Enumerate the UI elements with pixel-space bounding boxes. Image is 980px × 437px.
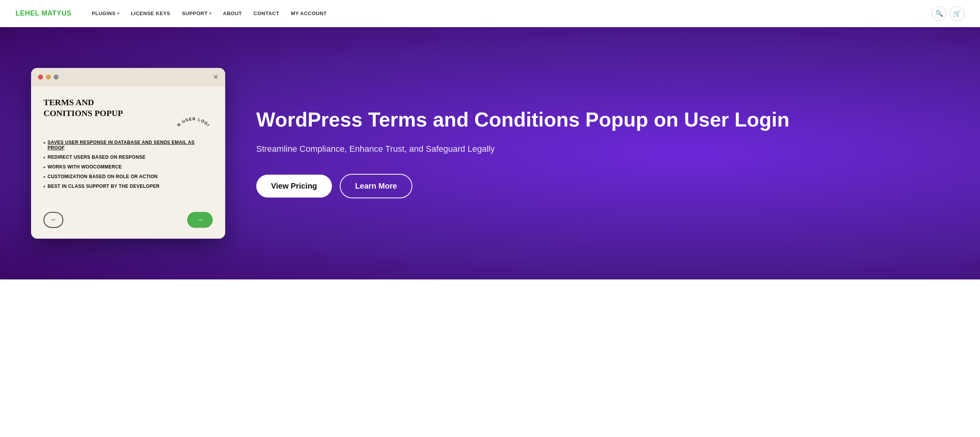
nav-item-my-account[interactable]: MY ACCOUNT (286, 7, 331, 19)
site-logo[interactable]: LEHEL MATYUS (16, 9, 71, 17)
popup-window-controls (38, 75, 59, 80)
list-item: • CUSTOMIZATION BASED ON ROLE OR ACTION (43, 174, 213, 180)
hero-title: WordPress Terms and Conditions Popup on … (256, 108, 949, 132)
dot-yellow (46, 75, 51, 80)
popup-footer: − → (31, 206, 225, 239)
popup-card: ✕ TERMS AND CONITIONS POPUP ON USER LOGI… (31, 68, 225, 239)
navbar: LEHEL MATYUS PLUGINS ▾ LICENSE KEYS SUPP… (0, 0, 980, 27)
learn-more-button[interactable]: Learn More (340, 174, 413, 198)
popup-close-icon[interactable]: ✕ (213, 73, 218, 81)
nav-actions: 🔍 🛒 (932, 6, 964, 21)
svg-text:ON USER LOGIN: ON USER LOGIN (172, 93, 211, 128)
minus-icon: − (51, 216, 56, 224)
nav-item-plugins[interactable]: PLUGINS ▾ (87, 7, 124, 19)
nav-item-support[interactable]: SUPPORT ▾ (177, 7, 216, 19)
hero-subtitle: Streamline Compliance, Enhance Trust, an… (256, 142, 949, 155)
list-item: • REDIRECT USERS BASED ON RESPONSE (43, 154, 213, 160)
nav-item-license-keys[interactable]: LICENSE KEYS (126, 7, 175, 19)
cart-icon: 🛒 (953, 10, 961, 17)
nav-item-about[interactable]: ABOUT (218, 7, 247, 19)
popup-body: TERMS AND CONITIONS POPUP ON USER LOGIN (31, 86, 225, 206)
dot-red (38, 75, 43, 80)
arc-label: ON USER LOGIN (174, 97, 213, 132)
chevron-down-icon: ▾ (117, 11, 120, 16)
nav-links: PLUGINS ▾ LICENSE KEYS SUPPORT ▾ ABOUT C… (87, 7, 932, 19)
search-button[interactable]: 🔍 (932, 6, 947, 21)
popup-title: TERMS AND CONITIONS POPUP (43, 97, 137, 118)
hero-section: ✕ TERMS AND CONITIONS POPUP ON USER LOGI… (0, 27, 980, 279)
popup-titlebar: ✕ (31, 68, 225, 86)
list-item: • WORKS WITH WOOCOMMERCE (43, 164, 213, 170)
list-item: • BEST IN CLASS SUPPORT BY THE DEVELOPER (43, 184, 213, 189)
arrow-icon: → (196, 216, 203, 224)
popup-features-list: • SAVES USER RESPONSE IN DATABASE AND SE… (43, 140, 213, 189)
chevron-down-icon: ▾ (209, 11, 212, 16)
search-icon: 🔍 (935, 10, 943, 17)
dot-grey (54, 75, 59, 80)
nav-item-contact[interactable]: CONTACT (249, 7, 284, 19)
cart-button[interactable]: 🛒 (950, 6, 964, 21)
hero-text: WordPress Terms and Conditions Popup on … (256, 108, 949, 198)
popup-arrow-button[interactable]: → (187, 212, 213, 228)
list-item: • SAVES USER RESPONSE IN DATABASE AND SE… (43, 140, 213, 151)
hero-buttons: View Pricing Learn More (256, 174, 949, 198)
view-pricing-button[interactable]: View Pricing (256, 175, 332, 198)
popup-minus-button[interactable]: − (43, 212, 63, 228)
